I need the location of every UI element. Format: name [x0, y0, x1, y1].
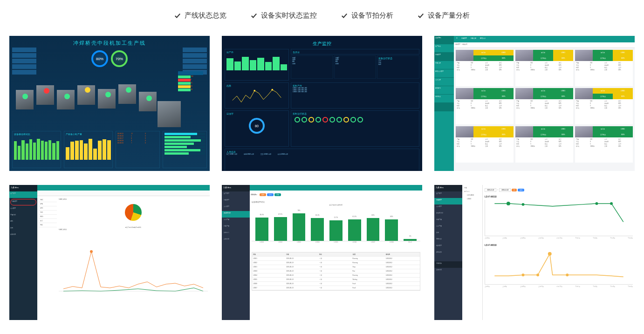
status-table: 100 0 95 60 98 [178, 71, 203, 92]
panel-table: 20190125120 2019012650 2019012780 201901… [116, 131, 160, 168]
screenshot-line-charts[interactable]: 力鼎 Mes 生产管理 设备管理 人员管理 稼动率分析 设备产量 人员产量 报表… [434, 185, 635, 320]
filter-bar: 2020-08 ▾ 查询导出打印 [250, 191, 422, 199]
tab-label: 设备实时状态监控 [261, 11, 317, 20]
tab-label: 设备产量分析 [428, 11, 470, 20]
data-table: 设备日期班次状态稼动率 LD0012020-08-13一班Running1400… [252, 252, 420, 291]
screenshot-mes-cards[interactable]: 力鼎 Mes 生产状态 设备管理 设备台账 新增人员管理 人员台账 新增帐号 实… [434, 36, 635, 171]
thumbnail-grid: 冲焊桥壳中段机加工生产线 80% 70% [0, 36, 644, 334]
tab-cycle[interactable]: 设备节拍分析 [341, 11, 393, 20]
screenshot-line-overview[interactable]: 冲焊桥壳中段机加工生产线 80% 70% [9, 36, 210, 171]
device-tree: VMCSPNSPO CNCENG加工 FNC [39, 198, 57, 300]
check-icon [418, 13, 424, 19]
dashboard-title: 冲焊桥壳中段机加工生产线 [12, 39, 207, 48]
bar-chart: 设备稼动率对比 ■运行 ■停机 ■待机率 65.5%67.2%78%65.1%5… [250, 199, 422, 250]
svg-point-6 [595, 202, 598, 205]
screenshot-monitoring[interactable]: 生产监控 日产件 当月日 设备110008001200 设备2100080012… [222, 36, 422, 171]
pie-chart: ■运行 ■停机 ■故障 ■待机 [59, 200, 208, 228]
panel-bottom-list: 人员信息 张三 LD001 早班李四 LD002 早班王五 LD003 早班赵六… [225, 149, 419, 171]
panel-gauges: 实时运行状态 [291, 110, 419, 147]
tab-realtime[interactable]: 设备实时状态监控 [251, 11, 317, 20]
oee-ring-1: 80% [91, 50, 108, 67]
tab-label: 设备节拍分析 [351, 11, 393, 20]
svg-point-10 [566, 273, 569, 276]
topbar: ☰设备管理设备台账新增人员 [454, 36, 635, 42]
sidebar: 力鼎 Mes 生产管理 设备管理 人员管理 稼动率分析 人员产量 设备产量 报表… [222, 185, 250, 320]
panel-real-output: 实时产件 LD001 1200 800 400LD002 1200 800 40… [291, 82, 419, 109]
panel-leftbar: 日产件 [225, 49, 289, 81]
svg-point-8 [522, 273, 525, 276]
screenshot-analytics[interactable]: 力鼎 Mes 生产管理 设备管理 人员管理 产量分析 SPC 报表 系统设置 V… [9, 185, 210, 320]
check-icon [174, 13, 181, 19]
oee-ring-2: 70% [111, 50, 128, 67]
svg-point-11 [536, 273, 539, 276]
production-line-3d: 100 0 95 60 98 [16, 71, 203, 123]
panel-progress [163, 131, 207, 168]
panel-trend: 趋势 [225, 82, 289, 109]
device-card-grid: 加工件LD001 运行状态100% 产量510员工张三 工位0稼动率84% 时间… [454, 48, 635, 164]
sidebar: 力鼎 Mes 生产管理 设备管理 人员管理 稼动率分析 设备产量 人员产量 报表… [434, 185, 462, 320]
feature-tabs: 产线状态总览 设备实时状态监控 设备节拍分析 设备产量分析 [0, 0, 644, 36]
check-icon [251, 13, 257, 19]
svg-point-0 [253, 90, 255, 92]
svg-point-5 [522, 203, 525, 206]
sidebar: 力鼎 Mes 生产状态 设备管理 设备台账 新增人员管理 人员台账 新增帐号 实… [434, 36, 454, 171]
screenshot-bar-table[interactable]: 力鼎 Mes 生产管理 设备管理 人员管理 稼动率分析 人员产量 设备产量 报表… [222, 185, 422, 320]
tab-output[interactable]: 设备产量分析 [418, 11, 470, 20]
panel-oee: 日油字 80 [225, 110, 289, 147]
line-chart [59, 231, 208, 300]
device-tree: 设备 加工中心 LD-F-M018 LD003 [462, 185, 483, 320]
dashboard-title: 生产监控 [225, 39, 419, 49]
line-chart-2: LD-F-M018 上午8点上午9点上午10点上午11点中午12点下午1点下午2… [485, 244, 633, 287]
svg-point-4 [507, 202, 510, 205]
svg-point-1 [271, 89, 273, 91]
check-icon [341, 13, 348, 19]
svg-point-9 [548, 252, 552, 256]
svg-point-7 [610, 202, 613, 205]
tab-overview[interactable]: 产线状态总览 [174, 11, 226, 20]
panel-output: 产线每小时产量 [64, 131, 113, 168]
bar-chart [14, 136, 59, 160]
filter-bar: 2020-12-02 ~ 2020-12-02 日查询 [485, 187, 633, 193]
svg-point-2 [90, 250, 93, 253]
bar-chart [66, 136, 111, 160]
tab-label: 产线状态总览 [185, 11, 226, 20]
sidebar: 力鼎 Mes 生产管理 设备管理 人员管理 产量分析 SPC 报表 系统设置 [9, 185, 37, 320]
line-chart-1: LD-F-M018 上午8点上午9点上午10点上午11点中午12点下午1点下午2… [485, 195, 633, 239]
panel-utilization: 设备稼动率对比 [12, 131, 61, 168]
